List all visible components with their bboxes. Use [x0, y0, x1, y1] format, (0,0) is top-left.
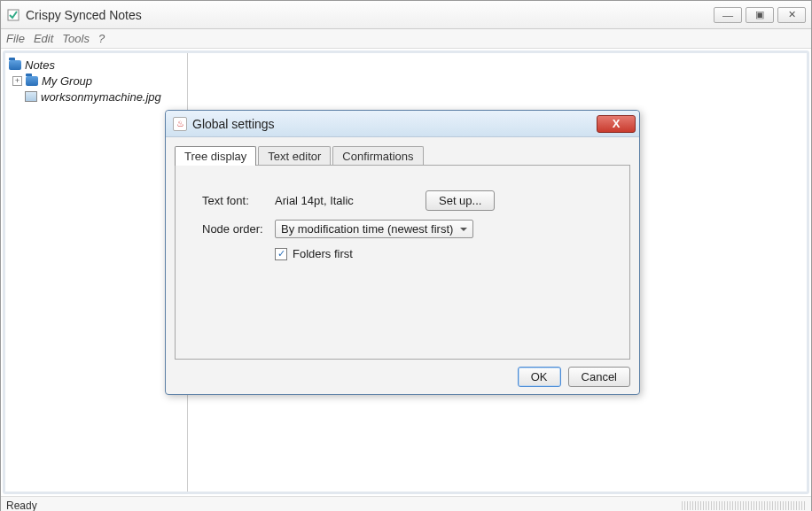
menu-help[interactable]: ? — [98, 32, 105, 45]
node-order-row: Node order: By modification time (newest… — [202, 220, 603, 238]
tree-label: My Group — [42, 74, 92, 88]
node-order-select[interactable]: By modification time (newest first) — [275, 220, 473, 238]
tree-root-notes[interactable]: Notes — [9, 57, 183, 73]
node-order-label: Node order: — [202, 222, 275, 236]
tab-panel-tree-display: Text font: Arial 14pt, Italic Set up... … — [175, 165, 630, 360]
dialog-tabs: Tree display Text editor Confirmations — [175, 144, 630, 166]
text-font-row: Text font: Arial 14pt, Italic Set up... — [202, 190, 603, 211]
ok-button[interactable]: OK — [518, 367, 561, 387]
tree-label: worksonmymachine.jpg — [41, 90, 161, 104]
cancel-button[interactable]: Cancel — [568, 367, 630, 387]
tree-label: Notes — [25, 58, 55, 72]
folder-icon — [9, 60, 21, 70]
menu-tools[interactable]: Tools — [62, 32, 90, 45]
folders-first-label: Folders first — [293, 247, 353, 260]
setup-button[interactable]: Set up... — [426, 190, 495, 211]
global-settings-dialog: ♨ Global settings X Tree display Text ed… — [165, 110, 640, 395]
window-title: Crispy Synced Notes — [26, 8, 714, 22]
minimize-button[interactable]: –– — [714, 7, 742, 23]
folders-first-row: ✓ Folders first — [202, 247, 603, 260]
tree-node-file[interactable]: worksonmymachine.jpg — [9, 89, 183, 105]
expand-icon[interactable]: + — [12, 76, 22, 86]
titlebar: Crispy Synced Notes –– ▣ ✕ — [1, 1, 811, 29]
tab-text-editor[interactable]: Text editor — [258, 146, 331, 166]
close-button[interactable]: ✕ — [777, 7, 806, 23]
maximize-button[interactable]: ▣ — [746, 7, 774, 23]
java-icon: ♨ — [173, 117, 187, 131]
folders-first-checkbox[interactable]: ✓ — [275, 248, 287, 260]
dialog-title: Global settings — [192, 117, 597, 131]
menubar: File Edit Tools ? — [1, 29, 811, 49]
tree-sidebar: Notes + My Group worksonmymachine.jpg — [5, 53, 188, 492]
menu-file[interactable]: File — [6, 32, 25, 45]
menu-edit[interactable]: Edit — [34, 32, 53, 45]
text-font-value: Arial 14pt, Italic — [275, 194, 426, 207]
dialog-close-button[interactable]: X — [597, 115, 636, 133]
dialog-button-row: OK Cancel — [175, 360, 630, 387]
statusbar: Ready — [1, 496, 811, 511]
status-text: Ready — [6, 499, 37, 512]
image-icon — [25, 91, 37, 102]
tree-node-mygroup[interactable]: + My Group — [9, 73, 183, 89]
tab-confirmations[interactable]: Confirmations — [332, 146, 423, 166]
folder-icon — [26, 76, 38, 86]
dialog-titlebar[interactable]: ♨ Global settings X — [166, 111, 639, 137]
tab-tree-display[interactable]: Tree display — [175, 146, 256, 166]
app-icon — [6, 8, 20, 22]
window-controls: –– ▣ ✕ — [714, 7, 806, 23]
dialog-body: Tree display Text editor Confirmations T… — [166, 137, 639, 394]
resize-grip[interactable] — [682, 501, 806, 510]
text-font-label: Text font: — [202, 194, 275, 207]
